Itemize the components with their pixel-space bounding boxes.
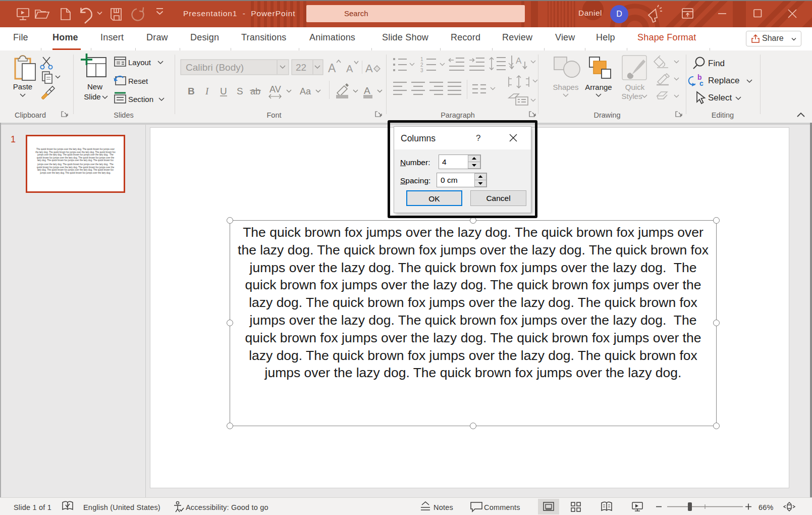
svg-text:A: A [516,56,522,66]
svg-text:B: B [188,86,195,96]
svg-text:Styles: Styles [622,92,642,100]
svg-text:Paragraph: Paragraph [441,111,475,119]
svg-text:Slides: Slides [114,111,134,119]
svg-text:Shapes: Shapes [553,83,579,91]
svg-text:Slide: Slide [84,92,100,101]
svg-text:Paste: Paste [13,82,32,91]
svg-text:AV: AV [269,84,281,94]
svg-text:Layout: Layout [128,58,151,67]
svg-text:Replace: Replace [708,76,739,85]
svg-text:1: 1 [420,57,423,62]
svg-text:c: c [699,79,703,87]
svg-text:22: 22 [296,62,306,73]
svg-text:Select: Select [708,93,732,102]
svg-text:Aa: Aa [300,86,311,96]
svg-text:Quick: Quick [625,83,645,91]
svg-text:ab: ab [250,86,260,96]
svg-text:A: A [346,63,353,74]
svg-text:Calibri (Body): Calibri (Body) [186,62,244,73]
svg-text:S: S [237,86,243,96]
svg-text:Font: Font [266,111,281,119]
svg-text:3: 3 [420,68,423,73]
svg-text:A: A [328,62,336,75]
svg-text:2: 2 [420,62,423,68]
svg-text:I: I [205,86,209,96]
svg-text:U: U [220,86,227,96]
svg-text:A: A [364,85,370,96]
svg-text:New: New [87,82,102,91]
svg-text:Reset: Reset [128,77,148,85]
svg-text:A: A [365,62,373,75]
svg-text:Section: Section [128,95,153,104]
svg-text:Clipboard: Clipboard [15,111,46,119]
svg-text:Drawing: Drawing [593,111,620,119]
svg-text:Editing: Editing [712,111,734,119]
svg-text:Arrange: Arrange [585,83,612,91]
svg-text:Find: Find [708,59,725,68]
